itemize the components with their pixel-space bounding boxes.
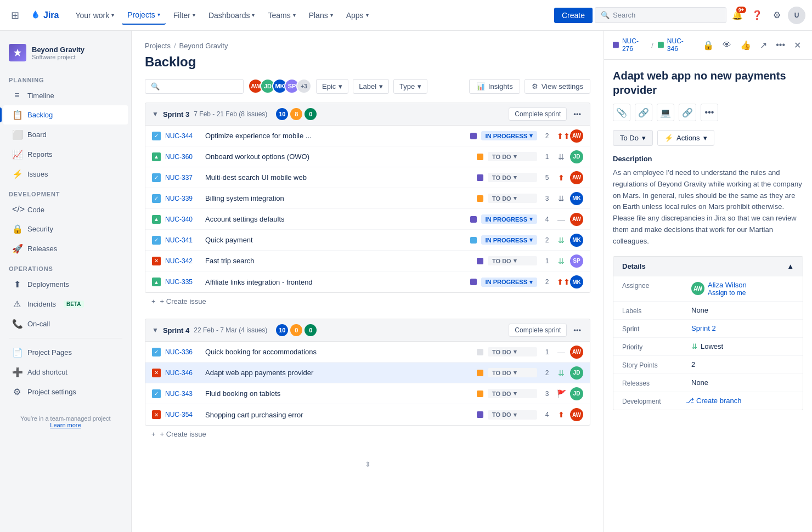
table-row[interactable]: ✓ NUC-339 Billing system integration TO …	[145, 188, 590, 209]
status-badge[interactable]: TO DO ▾	[488, 256, 537, 265]
status-badge[interactable]: TO DO ▾	[488, 389, 537, 398]
table-row[interactable]: ▲ NUC-340 Account settings defaults IN P…	[145, 209, 590, 230]
teams-menu[interactable]: Teams▾	[262, 7, 301, 24]
sidebar-item-deployments[interactable]: ⬆ Deployments	[3, 275, 128, 294]
apps-menu[interactable]: Apps▾	[341, 7, 374, 24]
table-row[interactable]: ✕ NUC-342 Fast trip search TO DO ▾ 1 ⇊ S…	[145, 251, 590, 271]
issue-key[interactable]: NUC-344	[165, 132, 201, 140]
create-button[interactable]: Create	[554, 8, 593, 23]
backlog-search[interactable]: 🔍	[145, 79, 244, 94]
status-badge[interactable]: IN PROGRESS ▾	[481, 235, 537, 245]
filter-menu[interactable]: Filter▾	[168, 7, 201, 24]
complete-sprint-3-button[interactable]: Complete sprint	[509, 107, 567, 121]
resize-handle[interactable]: ⇕	[145, 451, 590, 477]
issue-key[interactable]: NUC-336	[165, 348, 201, 356]
type-filter[interactable]: Type ▾	[393, 79, 427, 94]
sidebar-item-add-shortcut[interactable]: ➕ Add shortcut	[3, 363, 128, 382]
status-badge[interactable]: TO DO ▾	[488, 347, 537, 356]
sprint-4-header[interactable]: ▼ Sprint 4 22 Feb - 7 Mar (4 issues) 10 …	[145, 319, 590, 342]
table-row[interactable]: ✓ NUC-343 Fluid booking on tablets TO DO…	[145, 383, 590, 404]
sprint-value-link[interactable]: Sprint 2	[691, 324, 716, 332]
issue-key[interactable]: NUC-339	[165, 195, 201, 202]
sidebar-item-timeline[interactable]: ≡ Timeline	[3, 86, 128, 105]
issue-key[interactable]: NUC-341	[165, 236, 201, 244]
avatar-count[interactable]: +3	[296, 78, 312, 94]
panel-attach-button[interactable]: 📎	[613, 104, 630, 121]
issue-key[interactable]: NUC-346	[165, 369, 201, 377]
status-badge[interactable]: IN PROGRESS ▾	[481, 131, 537, 140]
panel-lock-icon[interactable]: 🔒	[701, 38, 716, 53]
issue-key[interactable]: NUC-335	[165, 278, 201, 286]
help-button[interactable]: ❓	[748, 7, 766, 24]
status-badge[interactable]: IN PROGRESS ▾	[481, 214, 537, 224]
panel-parent-key-link[interactable]: NUC-276	[613, 37, 647, 53]
sprint-4-more-button[interactable]: •••	[571, 324, 583, 337]
panel-actions-button[interactable]: ⚡ Actions ▾	[657, 130, 714, 146]
create-issue-sprint3[interactable]: + + Create issue	[145, 293, 590, 310]
panel-child-issue-button[interactable]: 🔗	[635, 104, 652, 121]
panel-close-icon[interactable]: ✕	[792, 38, 803, 53]
search-bar[interactable]: 🔍 Search	[595, 7, 726, 23]
issue-key[interactable]: NUC-337	[165, 174, 201, 182]
assignee-name-link[interactable]: Aliza Wilson	[708, 281, 747, 289]
sidebar-item-incidents[interactable]: ⚠ Incidents BETA	[3, 295, 128, 314]
table-row[interactable]: ▲ NUC-360 Onboard workout options (OWO) …	[145, 146, 590, 167]
table-row[interactable]: ✓ NUC-344 Optimize experience for mobile…	[145, 126, 590, 146]
create-branch-link[interactable]: ⎇ Create branch	[686, 397, 741, 405]
status-badge[interactable]: TO DO ▾	[488, 368, 537, 377]
status-badge[interactable]: IN PROGRESS ▾	[481, 278, 537, 287]
sidebar-item-oncall[interactable]: 📞 On-call	[3, 314, 128, 333]
table-row[interactable]: ✓ NUC-336 Quick booking for accommodatio…	[145, 342, 590, 363]
table-row[interactable]: ▲ NUC-335 Affiliate links integration - …	[145, 271, 590, 292]
sidebar-item-issues[interactable]: ⚡ Issues	[3, 165, 128, 184]
insights-button[interactable]: 📊 Insights	[469, 79, 520, 94]
status-badge[interactable]: TO DO ▾	[488, 173, 537, 182]
epic-filter[interactable]: Epic ▾	[316, 79, 348, 94]
sidebar-item-code[interactable]: </> Code	[3, 200, 128, 219]
status-badge[interactable]: TO DO ▾	[488, 194, 537, 203]
table-row[interactable]: ✕ NUC-346 Adapt web app payments provide…	[145, 363, 590, 383]
status-badge[interactable]: TO DO ▾	[488, 152, 537, 161]
issue-key[interactable]: NUC-354	[165, 411, 201, 418]
sidebar-item-releases[interactable]: 🚀 Releases	[3, 239, 128, 258]
search-input[interactable]	[163, 82, 238, 90]
sprint-3-header[interactable]: ▼ Sprint 3 7 Feb - 21 Feb (8 issues) 10 …	[145, 103, 590, 126]
issue-key[interactable]: NUC-342	[165, 257, 201, 265]
create-issue-sprint4[interactable]: + + Create issue	[145, 426, 590, 443]
issue-key[interactable]: NUC-360	[165, 153, 201, 161]
panel-status-button[interactable]: To Do ▾	[613, 130, 653, 146]
breadcrumb-project[interactable]: Beyond Gravity	[179, 42, 228, 50]
sidebar-item-backlog[interactable]: 📋 Backlog	[3, 105, 128, 124]
learn-more-link[interactable]: Learn more	[50, 422, 81, 428]
settings-button[interactable]: ⚙	[768, 7, 786, 24]
sidebar-item-board[interactable]: ⬜ Board	[3, 125, 128, 144]
sprint-3-more-button[interactable]: •••	[571, 108, 583, 121]
projects-menu[interactable]: Projects▾	[122, 6, 166, 25]
panel-watch-icon[interactable]: 👁	[720, 38, 734, 52]
panel-issue-key-link[interactable]: NUC-346	[658, 37, 692, 53]
table-row[interactable]: ✓ NUC-341 Quick payment IN PROGRESS ▾ 2 …	[145, 230, 590, 251]
table-row[interactable]: ✕ NUC-354 Shopping cart purchasing error…	[145, 404, 590, 425]
sidebar-item-security[interactable]: 🔒 Security	[3, 219, 128, 239]
panel-link-button[interactable]: 🔗	[679, 104, 696, 121]
grid-icon[interactable]: ⊞	[7, 5, 24, 26]
issue-key[interactable]: NUC-340	[165, 216, 201, 223]
user-avatar[interactable]: U	[788, 7, 805, 24]
plans-menu[interactable]: Plans▾	[303, 7, 339, 24]
issue-key[interactable]: NUC-343	[165, 390, 201, 398]
details-header[interactable]: Details ▲	[613, 257, 803, 276]
sidebar-item-reports[interactable]: 📈 Reports	[3, 145, 128, 164]
panel-share-icon[interactable]: ↗	[758, 38, 769, 53]
dashboards-menu[interactable]: Dashboards▾	[203, 7, 261, 24]
complete-sprint-4-button[interactable]: Complete sprint	[509, 324, 567, 337]
panel-like-icon[interactable]: 👍	[738, 38, 753, 53]
sidebar-item-project-settings[interactable]: ⚙ Project settings	[3, 382, 128, 401]
view-settings-button[interactable]: ⚙ View settings	[525, 79, 590, 94]
breadcrumb-projects[interactable]: Projects	[145, 42, 171, 50]
panel-more-icon[interactable]: •••	[774, 38, 787, 52]
table-row[interactable]: ✓ NUC-337 Multi-dest search UI mobile we…	[145, 167, 590, 188]
status-badge[interactable]: TO DO ▾	[488, 410, 537, 420]
notifications-button[interactable]: 🔔 9+	[729, 7, 746, 24]
panel-more-actions-button[interactable]: •••	[701, 104, 718, 121]
your-work-menu[interactable]: Your work▾	[70, 7, 120, 24]
